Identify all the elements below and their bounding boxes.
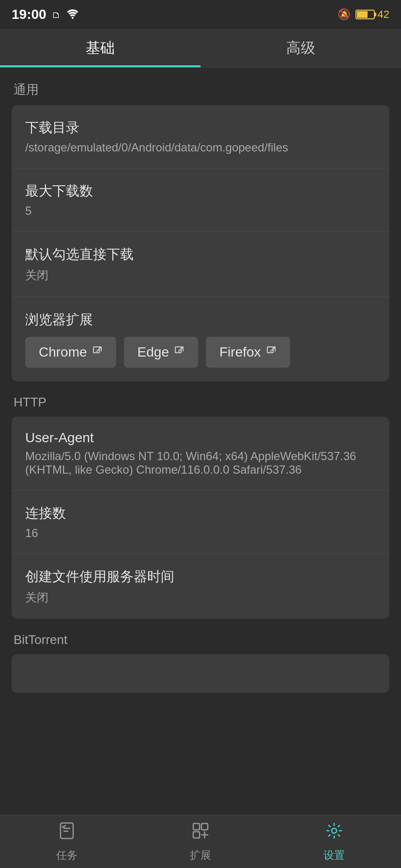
download-dir-title: 下载目录 (25, 119, 376, 137)
status-time: 19:00 (12, 7, 46, 22)
notification-icon: 🗅 (51, 9, 61, 20)
tab-advanced[interactable]: 高级 (200, 29, 401, 67)
edge-button[interactable]: Edge (124, 337, 198, 368)
default-direct-download-title: 默认勾选直接下载 (25, 245, 376, 264)
download-dir-item[interactable]: 下载目录 /storage/emulated/0/Android/data/co… (12, 105, 389, 168)
nav-settings[interactable]: 设置 (324, 821, 345, 863)
svg-rect-2 (357, 11, 368, 18)
user-agent-value: Mozilla/5.0 (Windows NT 10.0; Win64; x64… (25, 449, 376, 477)
bottom-nav: 任务 扩展 设置 (0, 815, 401, 868)
section-http-header: HTTP (0, 381, 401, 417)
user-agent-title: User-Agent (25, 430, 376, 446)
settings-icon (324, 821, 344, 845)
max-downloads-item[interactable]: 最大下载数 5 (12, 168, 389, 232)
firefox-external-icon (266, 345, 277, 359)
default-direct-download-value: 关闭 (25, 268, 376, 283)
svg-rect-3 (374, 13, 376, 16)
svg-rect-10 (193, 832, 200, 838)
default-direct-download-item[interactable]: 默认勾选直接下载 关闭 (12, 232, 389, 297)
svg-rect-9 (201, 823, 208, 830)
connections-title: 连接数 (25, 504, 376, 523)
nav-tasks-label: 任务 (56, 848, 77, 863)
general-settings-card: 下载目录 /storage/emulated/0/Android/data/co… (12, 105, 389, 381)
nav-extensions[interactable]: 扩展 (190, 821, 211, 863)
extensions-icon (190, 821, 211, 845)
bell-slash-icon: 🔕 (338, 8, 351, 21)
section-general-header: 通用 (0, 68, 401, 105)
connections-item[interactable]: 连接数 16 (12, 491, 389, 554)
connections-value: 16 (25, 526, 376, 540)
chrome-button[interactable]: Chrome (25, 337, 116, 368)
battery-level: 42 (378, 8, 389, 21)
server-time-value: 关闭 (25, 590, 376, 605)
browser-extension-title: 浏览器扩展 (25, 311, 376, 329)
status-bar: 19:00 🗅 🔕 42 (0, 0, 401, 29)
tabs-bar: 基础 高级 (0, 29, 401, 68)
browser-buttons: Chrome Edge (25, 337, 376, 368)
http-settings-card: User-Agent Mozilla/5.0 (Windows NT 10.0;… (12, 417, 389, 619)
battery-icon: 42 (355, 8, 389, 21)
bittorrent-settings-card (12, 654, 389, 693)
wifi-icon (66, 8, 79, 21)
download-dir-value: /storage/emulated/0/Android/data/com.gop… (25, 141, 376, 154)
svg-rect-8 (193, 823, 200, 830)
max-downloads-value: 5 (25, 204, 376, 218)
chrome-external-icon (92, 345, 103, 359)
server-time-item[interactable]: 创建文件使用服务器时间 关闭 (12, 554, 389, 619)
tasks-icon (57, 821, 77, 845)
nav-settings-label: 设置 (324, 848, 345, 863)
user-agent-item[interactable]: User-Agent Mozilla/5.0 (Windows NT 10.0;… (12, 417, 389, 491)
svg-point-0 (72, 17, 74, 19)
nav-tasks[interactable]: 任务 (56, 821, 77, 863)
status-right: 🔕 42 (338, 8, 389, 21)
status-left: 19:00 🗅 (12, 7, 79, 22)
firefox-button[interactable]: Firefox (206, 337, 290, 368)
section-bittorrent-header: BitTorrent (0, 619, 401, 654)
nav-extensions-label: 扩展 (190, 848, 211, 863)
tab-basic[interactable]: 基础 (0, 29, 200, 67)
server-time-title: 创建文件使用服务器时间 (25, 568, 376, 586)
edge-external-icon (174, 345, 185, 359)
svg-point-11 (332, 828, 337, 833)
max-downloads-title: 最大下载数 (25, 182, 376, 200)
browser-extension-item: 浏览器扩展 Chrome Edge (12, 297, 389, 381)
